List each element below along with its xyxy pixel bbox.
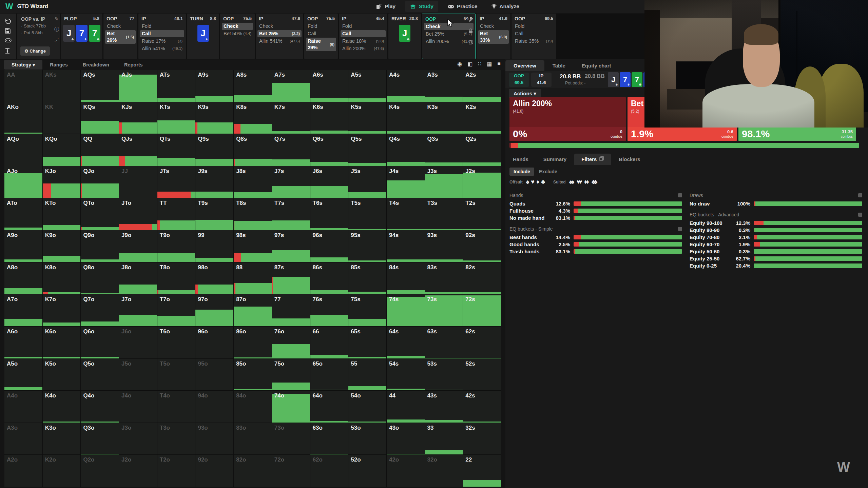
- hand-cell-T6s[interactable]: T6s: [310, 198, 348, 230]
- hand-cell-54s[interactable]: 54s: [387, 359, 425, 391]
- heart-suited-icon[interactable]: ♥♥: [577, 178, 584, 186]
- action-option-fold[interactable]: Fold: [513, 23, 555, 30]
- gamepad-icon[interactable]: [5, 38, 12, 45]
- hand-cell-62o[interactable]: 62o: [310, 455, 348, 487]
- nav-item-analyze[interactable]: Analyze: [487, 1, 524, 12]
- hand-cell-KQs[interactable]: KQs: [81, 102, 119, 134]
- hand-cell-63o[interactable]: 63o: [310, 423, 348, 455]
- hand-cell-74o[interactable]: 74o: [272, 391, 310, 423]
- action-option-raise-17-[interactable]: Raise 17%(3): [140, 38, 184, 45]
- hand-cell-66[interactable]: 66: [310, 327, 348, 358]
- tab-hands[interactable]: Hands: [505, 154, 536, 165]
- action-option-raise-18-[interactable]: Raise 18%(9.8): [341, 38, 386, 45]
- hand-cell-JTo[interactable]: JTo: [119, 198, 157, 230]
- hand-cell-J6s[interactable]: J6s: [310, 166, 348, 198]
- hand-cell-K6o[interactable]: K6o: [43, 327, 81, 358]
- hand-cell-AKs[interactable]: AKs: [43, 70, 81, 102]
- action-option-bet-26-[interactable]: Bet 26%(1.5): [105, 30, 136, 44]
- action-option-check[interactable]: Check: [105, 23, 136, 30]
- spade-icon[interactable]: ♠: [526, 178, 531, 185]
- hand-cell-Q8s[interactable]: Q8s: [234, 134, 272, 166]
- hand-cell-96o[interactable]: 96o: [195, 327, 233, 358]
- hand-cell-85o[interactable]: 85o: [234, 359, 272, 391]
- filter-strategy-bar[interactable]: [754, 235, 862, 239]
- hand-cell-86s[interactable]: 86s: [310, 262, 348, 294]
- filter-strategy-bar[interactable]: [574, 209, 682, 213]
- hand-cell-KK[interactable]: KK: [43, 102, 81, 134]
- action-option-allin-541-[interactable]: Allin 541%(49.1): [140, 45, 184, 52]
- hand-cell-43s[interactable]: 43s: [425, 391, 463, 423]
- action-option-bet-25-[interactable]: Bet 25%(5.2): [424, 31, 474, 38]
- hand-cell-42s[interactable]: 42s: [463, 391, 501, 423]
- hand-cell-Q6o[interactable]: Q6o: [81, 327, 119, 358]
- hand-cell-44[interactable]: 44: [387, 391, 425, 423]
- heart-icon[interactable]: ♥: [531, 178, 536, 185]
- hand-cell-T2s[interactable]: T2s: [463, 198, 501, 230]
- action-option-bet-33-[interactable]: Bet 33%(6.9): [478, 30, 509, 44]
- hand-cell-63s[interactable]: 63s: [425, 327, 463, 358]
- hand-cell-76s[interactable]: 76s: [310, 294, 348, 326]
- hand-cell-83o[interactable]: 83o: [234, 423, 272, 455]
- tab-ranges[interactable]: Ranges: [42, 60, 75, 70]
- hand-cell-J3s[interactable]: J3s: [425, 166, 463, 198]
- hand-cell-52s[interactable]: 52s: [463, 359, 501, 391]
- hand-cell-84o[interactable]: 84o: [234, 391, 272, 423]
- hand-cell-A4s[interactable]: A4s: [387, 70, 425, 102]
- tab-filters[interactable]: Filters: [574, 154, 611, 165]
- action-option-bet-50-[interactable]: Bet 50%(4.4): [222, 30, 253, 37]
- hand-cell-Q7o[interactable]: Q7o: [81, 294, 119, 326]
- hand-cell-K2s[interactable]: K2s: [463, 102, 501, 134]
- filter-strategy-bar[interactable]: [754, 249, 862, 254]
- hand-cell-Q2o[interactable]: Q2o: [81, 455, 119, 487]
- hand-cell-T3s[interactable]: T3s: [425, 198, 463, 230]
- hand-cell-T9s[interactable]: T9s: [195, 198, 233, 230]
- hand-cell-42o[interactable]: 42o: [387, 455, 425, 487]
- tab-reports[interactable]: Reports: [117, 60, 150, 70]
- change-button[interactable]: ⚙ Change: [20, 46, 50, 56]
- hand-cell-AJs[interactable]: AJs: [119, 70, 157, 102]
- hand-cell-A7o[interactable]: A7o: [4, 294, 42, 326]
- hand-cell-J5s[interactable]: J5s: [348, 166, 386, 198]
- hand-cell-A8s[interactable]: A8s: [234, 70, 272, 102]
- hand-cell-J5o[interactable]: J5o: [119, 359, 157, 391]
- hand-cell-43o[interactable]: 43o: [387, 423, 425, 455]
- hand-cell-65s[interactable]: 65s: [348, 327, 386, 358]
- hand-cell-K9s[interactable]: K9s: [195, 102, 233, 134]
- hand-cell-62s[interactable]: 62s: [463, 327, 501, 358]
- filter-strategy-bar[interactable]: [754, 201, 862, 206]
- hand-cell-33[interactable]: 33: [425, 423, 463, 455]
- hand-cell-96s[interactable]: 96s: [310, 230, 348, 262]
- hand-cell-K7o[interactable]: K7o: [43, 294, 81, 326]
- section-toggle-icon[interactable]: [678, 227, 682, 231]
- hand-cell-K8o[interactable]: K8o: [43, 262, 81, 294]
- hand-cell-Q5s[interactable]: Q5s: [348, 134, 386, 166]
- section-toggle-icon[interactable]: [858, 213, 862, 217]
- hand-cell-J6o[interactable]: J6o: [119, 327, 157, 358]
- freq-block-allin[interactable]: Allin 200%(41.6)0%0combos: [509, 97, 626, 141]
- club-icon[interactable]: ♣: [541, 178, 545, 185]
- hand-cell-A9o[interactable]: A9o: [4, 230, 42, 262]
- hand-cell-53s[interactable]: 53s: [425, 359, 463, 391]
- hand-cell-97o[interactable]: 97o: [195, 294, 233, 326]
- hand-cell-Q9s[interactable]: Q9s: [195, 134, 233, 166]
- hand-cell-55[interactable]: 55: [348, 359, 386, 391]
- hand-cell-AJo[interactable]: AJo: [4, 166, 42, 198]
- hand-cell-94s[interactable]: 94s: [387, 230, 425, 262]
- tab-overview[interactable]: Overview: [505, 60, 544, 71]
- hand-cell-85s[interactable]: 85s: [348, 262, 386, 294]
- hand-cell-Q3s[interactable]: Q3s: [425, 134, 463, 166]
- hand-cell-J4o[interactable]: J4o: [119, 391, 157, 423]
- hand-cell-75o[interactable]: 75o: [272, 359, 310, 391]
- hand-cell-73o[interactable]: 73o: [272, 423, 310, 455]
- hand-cell-A6o[interactable]: A6o: [4, 327, 42, 358]
- hand-cell-53o[interactable]: 53o: [348, 423, 386, 455]
- hand-cell-JTs[interactable]: JTs: [157, 166, 195, 198]
- filter-strategy-bar[interactable]: [574, 235, 682, 239]
- action-option-raise-29-[interactable]: Raise 29%(6): [306, 38, 336, 51]
- hand-cell-97s[interactable]: 97s: [272, 230, 310, 262]
- hand-cell-87s[interactable]: 87s: [272, 262, 310, 294]
- filter-strategy-bar[interactable]: [754, 263, 862, 268]
- hand-cell-J2s[interactable]: J2s: [463, 166, 501, 198]
- hand-cell-K2o[interactable]: K2o: [43, 455, 81, 487]
- action-option-raise-35-[interactable]: Raise 35%(19): [513, 38, 555, 45]
